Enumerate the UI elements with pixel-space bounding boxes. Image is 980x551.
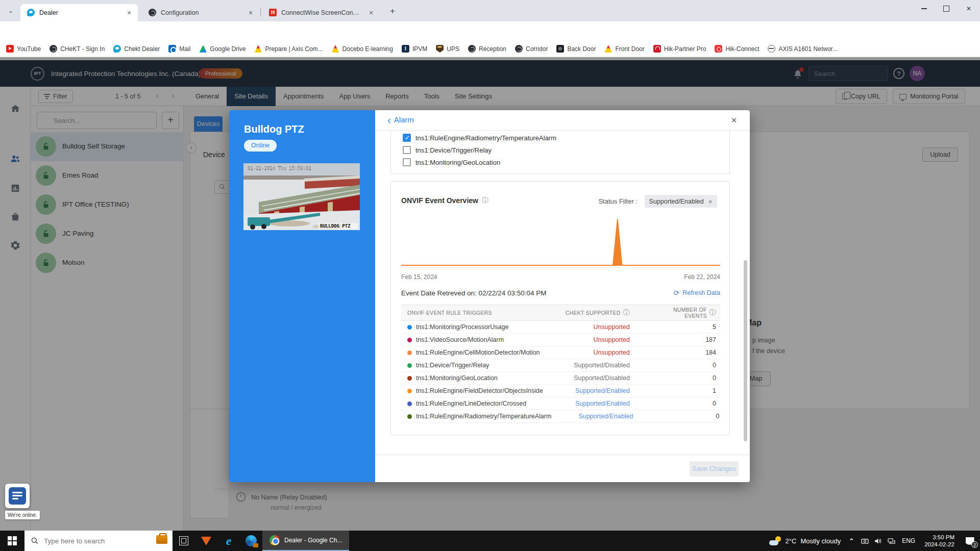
browser-tab-configuration[interactable]: Configuration [142,4,259,21]
tray-camera-icon[interactable] [858,531,871,551]
v-app-icon[interactable] [195,531,217,551]
checkbox[interactable] [403,134,411,142]
camera-thumbnail[interactable]: 02-22-2024 Thu 15:50:02 BULLDOG PTZ [243,163,360,230]
table-row: tns1:VideoSource/MotionAlarm Unsupported… [401,334,720,346]
checkbox[interactable] [403,146,411,154]
chat-widget[interactable]: We're online. [5,484,40,519]
bookmark-item[interactable]: AXIS A1601 Networ... [768,45,837,53]
taskbar-clock[interactable]: 3:50 PM 2024-02-22 [919,534,960,548]
event-checkbox-row[interactable]: tns1:Device/Trigger/Relay [391,144,730,156]
refresh-data-button[interactable]: Refresh Data [674,289,720,297]
bookmark-item[interactable]: CHeKT - Sign In [50,45,105,53]
bookmark-item[interactable]: Docebo E-learning [332,45,393,53]
weather-widget[interactable]: 2°C Mostly cloudy [769,536,841,545]
taskbar-search-input[interactable] [44,537,131,545]
tab-close-icon[interactable] [125,9,134,16]
bookmark-item[interactable]: Mail [168,45,190,53]
bookmark-item[interactable]: Front Door [604,45,644,53]
event-count: 187 [630,336,720,343]
back-button[interactable]: Alarm [387,115,414,124]
series-dot [407,376,412,381]
chip-remove-icon[interactable] [708,198,713,205]
chat-launcher[interactable] [5,484,30,508]
save-changes-button[interactable]: Save Changes [690,461,739,477]
series-dot [407,402,412,406]
bookmark-item[interactable]: Google Drive [199,45,246,53]
warning-triangle-icon [254,45,262,53]
close-icon[interactable] [728,115,740,126]
ups-shield-icon [436,45,444,53]
warning-triangle-icon [604,45,612,53]
dark-circle-icon [515,45,523,53]
drive-icon [199,45,207,53]
table-row: tns1:RuleEngine/FieldDetector/ObjectsIns… [401,385,720,397]
tray-expand-icon[interactable] [845,531,858,551]
info-icon[interactable] [623,308,630,317]
series-dot [407,325,412,330]
axis-date-end: Feb 22, 2024 [684,273,720,281]
briefcase-icon [156,535,167,544]
edge-icon[interactable] [240,531,262,551]
bookmark-item[interactable]: Hik-Connect [715,45,759,53]
table-row: tns1:Monitoring/GeoLocation Supported/Di… [401,372,720,385]
support-status: Unsupported [548,336,630,343]
volume-icon[interactable] [871,531,885,551]
bookmark-item[interactable]: UPS [436,45,459,53]
tab-close-icon[interactable] [246,9,255,16]
table-row: tns1:RuleEngine/Radiometry/TemperatureAl… [401,410,720,423]
close-button[interactable] [958,0,980,17]
series-dot [407,389,412,393]
action-center-icon[interactable]: 2 [960,531,980,551]
modal-scrollbar[interactable] [744,260,747,441]
tab-divider [260,8,261,16]
hik-partner-icon [653,45,661,53]
start-button[interactable] [0,531,24,551]
series-dot [407,414,412,419]
chrome-task-button[interactable]: Dealer - Google Ch... [262,531,349,551]
clock-time: 3:50 PM [924,534,954,541]
status-filter-chip[interactable]: Supported/Enabled [645,195,717,208]
new-tab-button[interactable] [386,6,399,18]
bookmark-item[interactable]: YouTube [6,45,41,53]
warning-triangle-icon [332,45,339,53]
clock-date: 2024-02-22 [924,541,954,548]
browser-toolbar: ← → ⟳ ⌂ dealer.chekt.com/customers/devic… [0,21,980,41]
chat-bubble-icon [9,487,26,505]
taskbar-search[interactable] [24,531,173,551]
info-icon[interactable] [482,196,488,205]
bookmark-item[interactable]: Back Door [556,45,596,53]
ipvm-icon [402,45,409,53]
tab-close-icon[interactable] [366,9,376,16]
bookmark-item[interactable]: Chekt Dealer [113,45,160,53]
tab-search-icon[interactable]: ⌄ [5,6,16,17]
bookmark-item[interactable]: Corridor [515,45,548,53]
chekt-shield-favicon [27,9,35,17]
info-icon[interactable] [709,310,716,316]
task-view-icon[interactable] [173,531,195,551]
bookmark-item[interactable]: Prepare | Axis Com... [254,45,323,53]
screen: ⌄ Dealer Configuration H ConnectWise Scr… [0,0,980,551]
event-checkbox-row[interactable]: tns1:Monitoring/GeoLocation [391,156,730,168]
browser-tab-dealer[interactable]: Dealer [20,4,138,21]
event-checkbox-row[interactable]: tns1:RuleEngine/Radiometry/TemperatureAl… [391,132,730,144]
checkbox[interactable] [403,158,411,166]
series-dot [407,338,412,342]
onvif-overview-card: ONVIF Event Overview Status Filter : Sup… [390,181,730,435]
browser-tab-connectwise[interactable]: H ConnectWise ScreenConnect Re [262,4,380,21]
shield-icon [113,45,121,53]
event-count: 5 [630,323,720,331]
bookmark-item[interactable]: IPVM [402,45,427,53]
network-icon[interactable] [885,531,898,551]
modal-footer: Save Changes [375,455,750,482]
bookmark-item[interactable]: Reception [468,45,506,53]
internet-explorer-icon[interactable]: e [217,531,240,551]
minimize-button[interactable] [913,0,935,17]
temperature: 2°C [786,537,797,545]
maximize-button[interactable] [935,0,958,17]
language-indicator[interactable]: ENG [898,537,919,544]
modal-header: Alarm [375,110,750,131]
onvif-events-chart [401,212,720,269]
device-alarm-modal: Bulldog PTZ Online [229,110,750,482]
bookmark-item[interactable]: Hik-Partner Pro [653,45,706,53]
outlook-icon [168,45,176,53]
